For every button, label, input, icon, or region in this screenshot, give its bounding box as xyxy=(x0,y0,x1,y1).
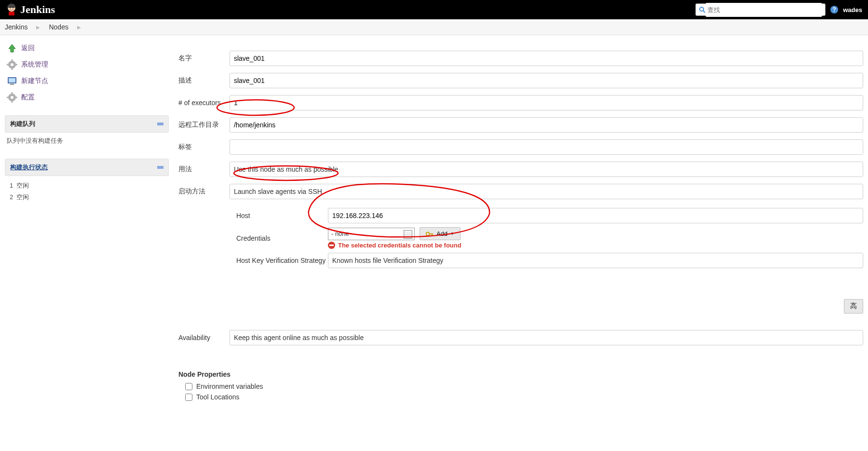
computer-icon xyxy=(7,76,17,86)
svg-point-2 xyxy=(10,7,11,8)
chevron-right-icon: ▶ xyxy=(36,25,40,30)
executor-row: 1 空闲 xyxy=(7,180,167,191)
label-availability: Availability xyxy=(175,327,225,348)
env-vars-label: Environment variables xyxy=(196,383,263,390)
hostkey-strategy-select[interactable]: Known hosts file Verification Strategy xyxy=(328,253,863,268)
error-icon xyxy=(328,242,335,249)
node-properties-title: Node Properties xyxy=(178,368,863,381)
svg-point-16 xyxy=(11,96,14,99)
usage-select[interactable]: Use this node as much as possible xyxy=(230,162,863,177)
availability-select[interactable]: Keep this agent online as much as possib… xyxy=(230,330,863,345)
sidebar-item-label: 返回 xyxy=(21,44,35,53)
sidebar-item-new-node[interactable]: 新建节点 xyxy=(5,73,169,89)
svg-rect-10 xyxy=(7,64,9,66)
name-input[interactable] xyxy=(230,51,863,66)
executor-row: 2 空闲 xyxy=(7,191,167,203)
svg-point-21 xyxy=(426,232,429,235)
label-credentials: Credentials xyxy=(236,234,328,242)
svg-rect-1 xyxy=(9,12,14,15)
credentials-select[interactable]: - none - xyxy=(328,228,415,240)
search-icon xyxy=(699,6,705,13)
collapse-icon[interactable] xyxy=(157,123,163,125)
tool-locations-label: Tool Locations xyxy=(196,393,240,401)
breadcrumb: Jenkins ▶ Nodes ▶ xyxy=(0,19,868,35)
help-icon[interactable]: ? xyxy=(830,6,838,14)
search-box[interactable] xyxy=(695,3,826,16)
key-icon xyxy=(426,232,434,236)
sidebar-item-back[interactable]: 返回 xyxy=(5,40,169,56)
sidebar-item-manage[interactable]: 系统管理 xyxy=(5,56,169,73)
svg-rect-17 xyxy=(12,92,13,94)
svg-rect-13 xyxy=(9,78,15,82)
add-credentials-button[interactable]: Add ▼ xyxy=(420,227,461,240)
svg-rect-9 xyxy=(12,68,13,70)
labels-input[interactable] xyxy=(230,139,863,155)
executors-input[interactable] xyxy=(230,95,863,110)
label-usage: 用法 xyxy=(175,159,225,180)
chevron-right-icon: ▶ xyxy=(77,25,81,30)
advanced-button[interactable]: 高 xyxy=(844,299,863,314)
launch-method-select[interactable]: Launch slave agents via SSH xyxy=(230,184,863,199)
svg-point-4 xyxy=(700,7,704,11)
host-input[interactable] xyxy=(328,208,863,223)
svg-rect-19 xyxy=(7,97,9,98)
label-labels: 标签 xyxy=(175,137,225,158)
credentials-error: The selected credentials cannot be found xyxy=(338,242,461,249)
build-queue-header: 构建队列 xyxy=(5,115,169,133)
label-launch: 启动方法 xyxy=(175,181,225,202)
svg-rect-11 xyxy=(15,64,17,66)
build-queue-empty: 队列中没有构建任务 xyxy=(5,133,169,149)
label-remotefs: 远程工作目录 xyxy=(175,114,225,136)
jenkins-head-icon xyxy=(6,3,17,16)
label-host: Host xyxy=(236,212,328,219)
label-name: 名字 xyxy=(175,48,225,69)
build-executor-header: 构建执行状态 xyxy=(5,159,169,176)
svg-rect-18 xyxy=(12,101,13,103)
sidebar-item-label: 系统管理 xyxy=(21,60,48,69)
svg-rect-20 xyxy=(15,97,17,98)
collapse-icon[interactable] xyxy=(157,166,163,169)
tool-locations-checkbox[interactable] xyxy=(185,394,192,401)
pane-title: 构建队列 xyxy=(10,120,35,128)
username-link[interactable]: wades xyxy=(843,6,862,14)
svg-rect-23 xyxy=(432,233,433,235)
remote-fs-input[interactable] xyxy=(230,117,863,133)
svg-line-5 xyxy=(703,11,705,13)
jenkins-logo[interactable]: Jenkins xyxy=(6,3,55,16)
pane-title[interactable]: 构建执行状态 xyxy=(10,163,48,172)
gear-icon xyxy=(7,92,17,103)
breadcrumb-nodes[interactable]: Nodes xyxy=(49,23,68,31)
search-input[interactable] xyxy=(705,3,822,17)
svg-point-3 xyxy=(13,7,14,8)
env-vars-checkbox[interactable] xyxy=(185,383,192,390)
label-desc: 描述 xyxy=(175,70,225,91)
svg-rect-8 xyxy=(12,59,13,61)
caret-down-icon: ▼ xyxy=(450,232,454,236)
sidebar-item-label: 配置 xyxy=(21,93,35,102)
label-executors: # of executors xyxy=(175,92,225,113)
breadcrumb-jenkins[interactable]: Jenkins xyxy=(5,23,27,31)
gear-icon xyxy=(7,59,17,70)
sidebar-item-label: 新建节点 xyxy=(21,77,48,85)
svg-point-7 xyxy=(11,63,14,66)
label-hostkey: Host Key Verification Strategy xyxy=(236,257,328,264)
sidebar-item-configure[interactable]: 配置 xyxy=(5,89,169,106)
description-input[interactable] xyxy=(230,73,863,88)
svg-rect-14 xyxy=(10,84,14,85)
up-arrow-icon xyxy=(7,43,17,54)
brand-text: Jenkins xyxy=(20,3,55,16)
